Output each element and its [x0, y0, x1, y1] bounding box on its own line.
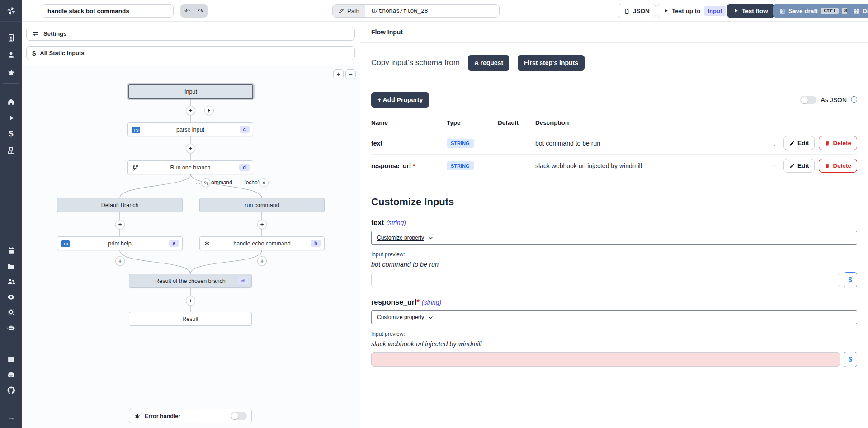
sidebar-item-github[interactable]	[0, 383, 22, 397]
step-id-badge: e	[169, 240, 179, 247]
field-value-input[interactable]	[371, 352, 840, 367]
type-badge: STRING	[447, 161, 474, 170]
sidebar-item-workspace[interactable]	[0, 31, 22, 44]
customize-property-dropdown[interactable]: Customize property	[371, 231, 857, 245]
sidebar-divider	[3, 83, 19, 84]
eye-icon	[7, 293, 15, 301]
test-up-to-button[interactable]: Test up to Input	[657, 4, 732, 18]
input-preview-label: Input preview:	[371, 331, 857, 337]
move-up-button[interactable]: ↑	[772, 162, 776, 169]
zoom-out-button[interactable]: −	[345, 69, 356, 79]
node-print-help[interactable]: TS print help e	[57, 236, 183, 250]
insert-variable-button[interactable]: $	[844, 272, 857, 287]
sidebar-item-groups[interactable]	[0, 275, 22, 288]
node-run-command-branch[interactable]: run command	[199, 198, 325, 212]
flow-settings-button[interactable]: Settings	[26, 27, 355, 41]
book-icon	[7, 355, 15, 364]
sidebar-expand-button[interactable]: →	[0, 410, 22, 424]
windmill-logo[interactable]	[0, 0, 22, 22]
sidebar-item-runs[interactable]	[0, 111, 22, 125]
sidebar-item-audit-logs[interactable]	[0, 290, 22, 304]
folder-icon	[7, 262, 15, 271]
schema-table-row: text STRING bot command to be run ↓ Edit…	[371, 132, 857, 155]
field-value-input[interactable]	[371, 273, 840, 287]
node-run-one-branch[interactable]: Run one branch d	[127, 160, 253, 174]
trash-icon	[825, 163, 830, 169]
edit-property-button[interactable]: Edit	[783, 159, 815, 173]
branch-compare-icon	[203, 180, 208, 185]
sidebar-item-schedules[interactable]	[0, 244, 22, 257]
move-down-button[interactable]: ↓	[772, 139, 776, 147]
schema-table-row: response_url * STRING slack webhook url …	[371, 155, 857, 177]
error-handler-toggle[interactable]	[231, 412, 247, 420]
sidebar-item-settings[interactable]	[0, 305, 22, 319]
sidebar-item-favorites[interactable]	[0, 66, 22, 80]
as-json-label: As JSON	[821, 96, 847, 103]
all-static-inputs-button[interactable]: $ All Static Inputs	[26, 46, 355, 60]
sidebar-item-discord[interactable]	[0, 368, 22, 381]
calendar-icon	[7, 246, 15, 254]
sliders-icon	[32, 30, 39, 38]
add-step-button[interactable]: +	[186, 296, 195, 306]
sidebar-item-docs[interactable]	[0, 353, 22, 366]
play-icon	[7, 114, 15, 122]
json-button[interactable]: JSON	[618, 4, 656, 18]
error-handler-node[interactable]: Error handler	[129, 409, 252, 423]
add-step-button[interactable]: +	[115, 220, 125, 229]
add-step-button[interactable]: +	[257, 220, 267, 229]
node-parse-input[interactable]: TS parse input c	[127, 122, 253, 136]
edit-property-button[interactable]: Edit	[783, 136, 815, 150]
node-default-branch[interactable]: Default Branch	[57, 198, 183, 212]
chevron-down-icon	[428, 315, 433, 320]
property-name: response_url	[371, 162, 411, 169]
schema-table-header: Name Type Default Description	[371, 108, 857, 132]
zoom-in-button[interactable]: +	[333, 69, 344, 79]
insert-variable-button[interactable]: $	[844, 352, 857, 367]
delete-property-button[interactable]: Delete	[819, 136, 857, 150]
hub-script-icon	[204, 240, 210, 248]
flow-title-input[interactable]	[42, 4, 174, 18]
sidebar-item-workers[interactable]	[0, 321, 22, 334]
node-handle-echo-command[interactable]: handle echo command h	[199, 236, 325, 250]
sidebar-item-variables[interactable]: $	[0, 127, 22, 141]
test-flow-button[interactable]: Test flow	[727, 4, 774, 18]
as-json-control: As JSON ⓘ	[800, 96, 857, 104]
flow-graph-canvas[interactable]: + − Input + TS parse input c + Run one b…	[22, 65, 360, 428]
copy-from-request-button[interactable]: A request	[468, 55, 509, 71]
node-input[interactable]: Input	[128, 84, 253, 99]
delete-property-button[interactable]: Delete	[819, 159, 857, 173]
add-step-button[interactable]: +	[257, 256, 267, 266]
undo-redo-group: ↶ ↷	[180, 4, 208, 18]
add-step-button[interactable]: +	[186, 106, 195, 115]
topbar: ↶ ↷ Path u/thomas/flow_28 JSON Test up t…	[22, 0, 868, 22]
toggle-knob	[231, 413, 238, 419]
branch-icon	[132, 165, 139, 173]
customize-property-dropdown[interactable]: Customize property	[371, 310, 857, 324]
save-icon	[854, 8, 859, 14]
add-property-button[interactable]: + Add Property	[371, 92, 429, 108]
redo-button[interactable]: ↷	[194, 4, 208, 18]
trigger-button[interactable]	[204, 106, 214, 115]
undo-button[interactable]: ↶	[180, 4, 194, 18]
deploy-button[interactable]: Deploy	[847, 4, 868, 18]
as-json-toggle[interactable]	[800, 96, 816, 104]
test-up-to-target-badge: Input	[704, 6, 726, 16]
path-field[interactable]: Path u/thomas/flow_28	[332, 4, 500, 18]
sidebar-item-home[interactable]	[0, 95, 22, 108]
remove-branch-button[interactable]: ✕	[259, 178, 269, 187]
sidebar-item-user[interactable]	[0, 48, 22, 61]
sidebar-item-folders[interactable]	[0, 259, 22, 273]
dollar-icon: $	[32, 49, 36, 57]
info-icon: ⓘ	[851, 96, 857, 104]
arrow-right-icon: →	[7, 413, 15, 422]
node-branch-result[interactable]: Result of the chosen branch d	[129, 274, 252, 288]
field-type: (string)	[422, 299, 442, 306]
node-result[interactable]: Result	[129, 312, 252, 326]
branch-compare-button[interactable]	[201, 178, 210, 187]
add-step-button[interactable]: +	[186, 144, 195, 153]
property-description: bot command to be run	[535, 140, 739, 147]
add-step-button[interactable]: +	[115, 256, 125, 266]
copy-from-first-step-button[interactable]: First step's inputs	[518, 55, 585, 71]
sidebar-item-resources[interactable]	[0, 144, 22, 157]
save-draft-button[interactable]: Save draft Ctrl S	[773, 4, 856, 18]
